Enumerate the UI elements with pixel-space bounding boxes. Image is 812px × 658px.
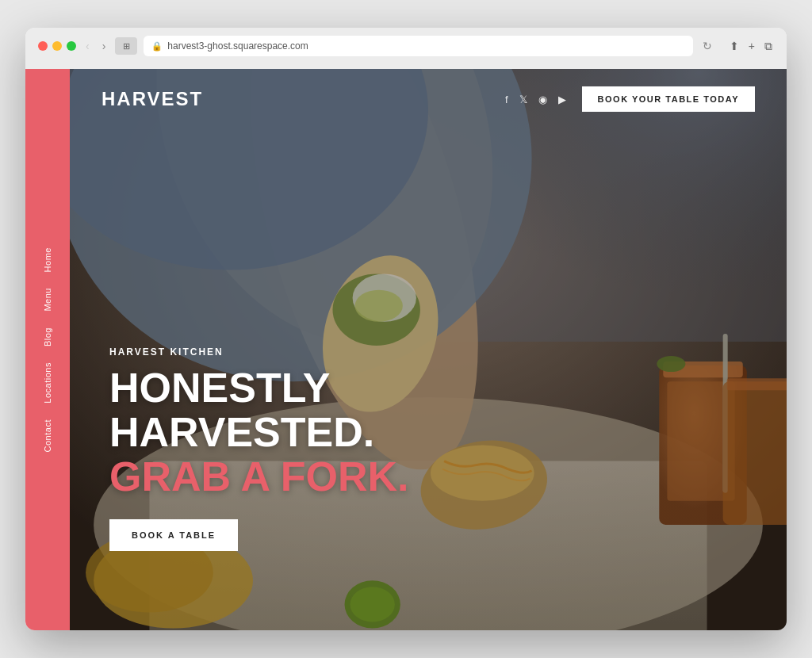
sidebar-item-menu[interactable]: Menu bbox=[43, 288, 52, 312]
hero-title-line1: HONESTLY bbox=[109, 367, 408, 408]
close-button[interactable] bbox=[38, 41, 48, 51]
browser-titlebar: ‹ › ⊞ 🔒 harvest3-ghost.squarespace.com ↻… bbox=[38, 36, 774, 56]
reload-button[interactable]: ↻ bbox=[699, 38, 715, 54]
new-tab-button[interactable]: + bbox=[747, 38, 756, 55]
browser-chrome: ‹ › ⊞ 🔒 harvest3-ghost.squarespace.com ↻… bbox=[25, 28, 787, 69]
hero-subtitle: HARVEST KITCHEN bbox=[109, 346, 408, 358]
site-header: HARVEST f 𝕏 ◉ ▶ BOOK YOUR TABLE TODAY bbox=[70, 69, 787, 129]
sidebar-item-blog[interactable]: Blog bbox=[43, 327, 52, 346]
facebook-icon[interactable]: f bbox=[505, 94, 508, 105]
social-icons: f 𝕏 ◉ ▶ bbox=[505, 94, 566, 105]
hero-book-button[interactable]: BOOK A TABLE bbox=[109, 519, 238, 551]
traffic-lights bbox=[38, 41, 76, 51]
address-actions: ⬆ + ⧉ bbox=[728, 38, 774, 55]
twitter-icon[interactable]: 𝕏 bbox=[519, 94, 527, 105]
forward-button[interactable]: › bbox=[99, 38, 109, 54]
window-control-button[interactable]: ⊞ bbox=[115, 37, 137, 55]
instagram-icon[interactable]: ◉ bbox=[538, 94, 547, 105]
hero-title-line2: HARVESTED. bbox=[109, 411, 408, 453]
maximize-button[interactable] bbox=[67, 41, 76, 51]
back-button[interactable]: ‹ bbox=[82, 38, 93, 54]
sidebar-item-home[interactable]: Home bbox=[43, 247, 52, 272]
lock-icon: 🔒 bbox=[151, 41, 163, 52]
tabs-button[interactable]: ⧉ bbox=[763, 38, 774, 55]
website-content: Home Menu Blog Locations Contact bbox=[25, 69, 787, 630]
sidebar-item-locations[interactable]: Locations bbox=[43, 362, 52, 404]
book-table-button[interactable]: BOOK YOUR TABLE TODAY bbox=[582, 86, 755, 112]
site-logo: HARVEST bbox=[102, 88, 203, 110]
hero-content: HARVEST KITCHEN HONESTLY HARVESTED. GRAB… bbox=[109, 346, 408, 551]
browser-window: ‹ › ⊞ 🔒 harvest3-ghost.squarespace.com ↻… bbox=[25, 28, 787, 630]
hero-title-line3: GRAB A FORK. bbox=[109, 456, 408, 497]
sidebar-navigation: Home Menu Blog Locations Contact bbox=[43, 247, 52, 452]
url-text: harvest3-ghost.squarespace.com bbox=[167, 40, 308, 52]
main-content: HARVEST f 𝕏 ◉ ▶ BOOK YOUR TABLE TODAY HA… bbox=[70, 69, 787, 630]
address-bar[interactable]: 🔒 harvest3-ghost.squarespace.com bbox=[144, 36, 692, 56]
sidebar: Home Menu Blog Locations Contact bbox=[25, 69, 70, 630]
header-right: f 𝕏 ◉ ▶ BOOK YOUR TABLE TODAY bbox=[505, 86, 755, 112]
sidebar-item-contact[interactable]: Contact bbox=[43, 419, 52, 452]
share-button[interactable]: ⬆ bbox=[728, 38, 741, 55]
youtube-icon[interactable]: ▶ bbox=[558, 94, 566, 105]
minimize-button[interactable] bbox=[52, 41, 62, 51]
